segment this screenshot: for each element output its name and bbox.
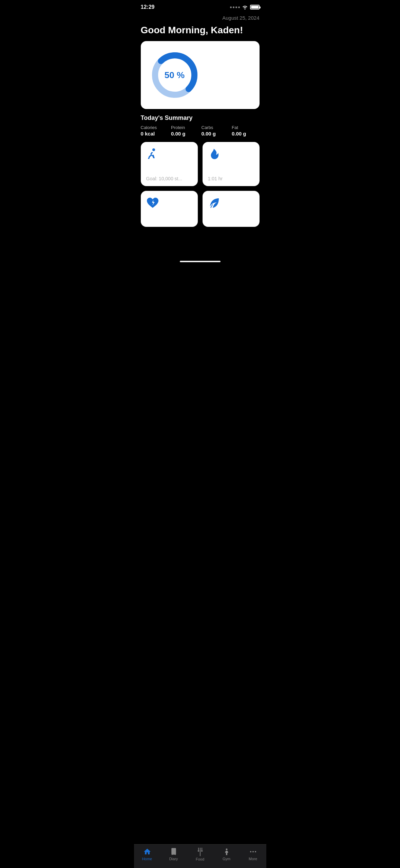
fat-value: 0.00 g [232, 131, 260, 137]
greeting-text: Good Morning, Kaden! [134, 22, 266, 41]
wifi-icon [242, 5, 248, 10]
date-display: August 25, 2024 [134, 12, 266, 22]
donut-chart: 50 % [148, 48, 202, 102]
calories-value: 0 kcal [141, 131, 169, 137]
summary-calories: Calories 0 kcal [141, 125, 169, 137]
tiles-row-2 [134, 191, 266, 227]
protein-value: 0.00 g [171, 131, 199, 137]
status-bar: 12:29 [134, 0, 266, 12]
tiles-row-1: Goal: 10,000 st... 1:01 hr [134, 142, 266, 186]
summary-protein: Protein 0.00 g [171, 125, 199, 137]
svg-point-2 [152, 148, 155, 151]
donut-card: 50 % [141, 41, 260, 109]
burn-tile[interactable]: 1:01 hr [203, 142, 260, 186]
fat-label: Fat [232, 125, 260, 130]
battery-icon [250, 5, 260, 10]
heart-tile[interactable] [141, 191, 198, 227]
protein-label: Protein [171, 125, 199, 130]
home-indicator [180, 261, 221, 262]
summary-carbs: Carbs 0.00 g [202, 125, 229, 137]
donut-percentage: 50 % [165, 70, 185, 80]
clock: 12:29 [141, 4, 155, 10]
heart-icon [146, 197, 192, 212]
leaf-icon [208, 197, 254, 212]
status-icons [230, 5, 260, 10]
signal-icon [230, 6, 240, 8]
carbs-label: Carbs [202, 125, 229, 130]
steps-label: Goal: 10,000 st... [146, 176, 192, 181]
walk-icon [146, 148, 192, 164]
summary-title: Today's Summary [141, 114, 260, 122]
summary-fat: Fat 0.00 g [232, 125, 260, 137]
fire-icon [208, 148, 254, 164]
leaf-tile[interactable] [203, 191, 260, 227]
carbs-value: 0.00 g [202, 131, 229, 137]
summary-section: Today's Summary Calories 0 kcal Protein … [134, 114, 266, 137]
steps-tile[interactable]: Goal: 10,000 st... [141, 142, 198, 186]
burn-label: 1:01 hr [208, 176, 254, 181]
calories-label: Calories [141, 125, 169, 130]
summary-grid: Calories 0 kcal Protein 0.00 g Carbs 0.0… [141, 125, 260, 137]
